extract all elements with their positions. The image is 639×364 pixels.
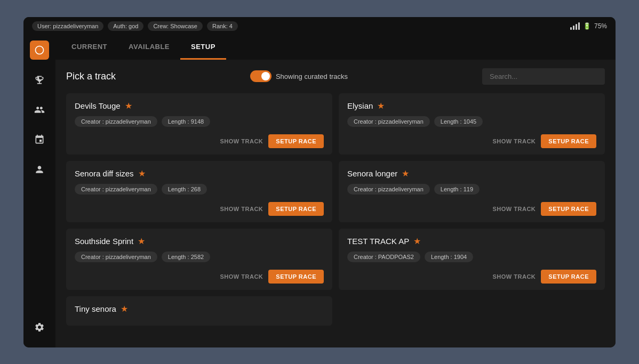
star-icon: ★ xyxy=(377,101,385,111)
creator-badge: Creator : pizzadeliveryman xyxy=(75,116,157,127)
rank-pill: Rank: 4 xyxy=(207,21,238,31)
tab-available[interactable]: AVAILABLE xyxy=(118,35,180,60)
track-actions: SHOW TRACK SETUP RACE xyxy=(347,270,596,284)
length-badge: Length : 2582 xyxy=(162,252,210,262)
track-card-header: TEST TRACK AP ★ xyxy=(347,236,596,246)
star-icon: ★ xyxy=(138,168,146,179)
track-card-header: Devils Touge ★ xyxy=(75,101,324,111)
sidebar xyxy=(23,35,55,347)
sidebar-item-game[interactable] xyxy=(30,41,49,60)
creator-badge: Creator : pizzadeliveryman xyxy=(347,116,430,127)
track-meta: Creator : pizzadeliveryman Length : 9148 xyxy=(75,116,324,127)
show-track-button[interactable]: SHOW TRACK xyxy=(493,138,536,144)
settings-button[interactable] xyxy=(30,318,49,337)
track-actions: SHOW TRACK SETUP RACE xyxy=(75,134,324,148)
page-title: Pick a track xyxy=(66,71,116,82)
curated-toggle-switch[interactable] xyxy=(250,70,271,82)
track-card: Senora longer ★ Creator : pizzadeliverym… xyxy=(339,161,605,222)
user-pill: User: pizzadeliveryman xyxy=(32,21,103,31)
main-layout: CURRENT AVAILABLE SETUP Pick a track Sho… xyxy=(23,35,616,347)
partial-track-card: Tiny senora ★ xyxy=(66,296,332,326)
search-input[interactable] xyxy=(482,68,605,85)
status-bar: User: pizzadeliveryman Auth: god Crew: S… xyxy=(23,17,616,35)
track-name: Senora diff sizes xyxy=(75,169,134,178)
toggle-knob xyxy=(261,72,270,80)
signal-icon xyxy=(570,22,580,30)
star-icon: ★ xyxy=(121,304,128,314)
setup-race-button[interactable]: SETUP RACE xyxy=(541,270,596,284)
status-pills: User: pizzadeliveryman Auth: god Crew: S… xyxy=(32,21,238,31)
track-card-header: Elysian ★ xyxy=(347,101,596,111)
track-actions: SHOW TRACK SETUP RACE xyxy=(347,202,596,216)
creator-badge: Creator : pizzadeliveryman xyxy=(347,184,430,195)
track-card-header: Southside Sprint ★ xyxy=(75,236,324,246)
toolbar-row: Pick a track Showing curated tracks xyxy=(66,68,605,85)
length-badge: Length : 1045 xyxy=(434,116,483,127)
battery-percent: 75% xyxy=(594,22,607,30)
sidebar-item-network[interactable] xyxy=(30,130,49,149)
track-grid: Devils Touge ★ Creator : pizzadeliveryma… xyxy=(66,93,605,326)
track-name: TEST TRACK AP xyxy=(347,237,409,246)
track-meta: Creator : pizzadeliveryman Length : 268 xyxy=(75,184,324,195)
creator-badge: Creator : pizzadeliveryman xyxy=(75,252,157,262)
track-card: Senora diff sizes ★ Creator : pizzadeliv… xyxy=(66,161,332,222)
track-meta: Creator : pizzadeliveryman Length : 2582 xyxy=(75,252,324,262)
auth-pill: Auth: god xyxy=(108,21,143,31)
sidebar-item-trophy[interactable] xyxy=(30,70,49,90)
star-icon: ★ xyxy=(138,236,145,246)
curated-toggle[interactable]: Showing curated tracks xyxy=(250,70,348,82)
track-meta: Creator : pizzadeliveryman Length : 1045 xyxy=(347,116,596,127)
tab-bar: CURRENT AVAILABLE SETUP xyxy=(55,35,616,60)
track-card: Elysian ★ Creator : pizzadeliveryman Len… xyxy=(339,93,605,155)
setup-race-button[interactable]: SETUP RACE xyxy=(268,202,324,216)
show-track-button[interactable]: SHOW TRACK xyxy=(220,138,263,144)
track-name: Senora longer xyxy=(347,169,397,178)
setup-race-button[interactable]: SETUP RACE xyxy=(541,202,596,216)
creator-badge: Creator : pizzadeliveryman xyxy=(75,184,157,195)
curated-label: Showing curated tracks xyxy=(276,72,348,80)
sidebar-item-group[interactable] xyxy=(30,100,49,119)
setup-race-button[interactable]: SETUP RACE xyxy=(541,134,596,148)
star-icon: ★ xyxy=(402,168,409,179)
creator-badge: Creator : PAODPOAS2 xyxy=(347,252,420,262)
track-card-header: Senora longer ★ xyxy=(347,168,596,179)
track-actions: SHOW TRACK SETUP RACE xyxy=(75,270,324,284)
length-badge: Length : 119 xyxy=(434,184,480,195)
show-track-button[interactable]: SHOW TRACK xyxy=(493,273,536,280)
track-meta: Creator : PAODPOAS2 Length : 1904 xyxy=(347,252,596,262)
star-icon: ★ xyxy=(413,236,421,246)
track-card-header: Tiny senora ★ xyxy=(75,304,324,314)
track-card: Southside Sprint ★ Creator : pizzadelive… xyxy=(66,229,332,290)
star-icon: ★ xyxy=(125,101,132,111)
tab-current[interactable]: CURRENT xyxy=(61,35,118,60)
track-actions: SHOW TRACK SETUP RACE xyxy=(75,202,324,216)
show-track-button[interactable]: SHOW TRACK xyxy=(220,273,263,280)
status-right: 🔋 75% xyxy=(570,22,607,30)
track-card-header: Senora diff sizes ★ xyxy=(75,168,324,179)
track-name: Devils Touge xyxy=(75,101,121,110)
track-meta: Creator : pizzadeliveryman Length : 119 xyxy=(347,184,596,195)
crew-pill: Crew: Showcase xyxy=(148,21,203,31)
sidebar-item-people[interactable] xyxy=(30,160,49,179)
track-card: TEST TRACK AP ★ Creator : PAODPOAS2 Leng… xyxy=(339,229,605,290)
setup-race-button[interactable]: SETUP RACE xyxy=(268,134,324,148)
show-track-button[interactable]: SHOW TRACK xyxy=(493,206,536,212)
track-name: Southside Sprint xyxy=(75,237,133,246)
setup-race-button[interactable]: SETUP RACE xyxy=(268,270,324,284)
length-badge: Length : 268 xyxy=(162,184,207,195)
track-name: Elysian xyxy=(347,101,373,110)
length-badge: Length : 1904 xyxy=(425,252,473,262)
track-actions: SHOW TRACK SETUP RACE xyxy=(347,134,596,148)
app-window: User: pizzadeliveryman Auth: god Crew: S… xyxy=(23,17,616,347)
show-track-button[interactable]: SHOW TRACK xyxy=(220,206,263,212)
content-area: CURRENT AVAILABLE SETUP Pick a track Sho… xyxy=(55,35,616,347)
tab-setup[interactable]: SETUP xyxy=(180,35,226,60)
content-body: Pick a track Showing curated tracks xyxy=(55,60,616,347)
battery-icon: 🔋 xyxy=(583,22,591,30)
track-name: Tiny senora xyxy=(75,304,116,313)
track-card: Devils Touge ★ Creator : pizzadeliveryma… xyxy=(66,93,332,155)
length-badge: Length : 9148 xyxy=(162,116,210,127)
